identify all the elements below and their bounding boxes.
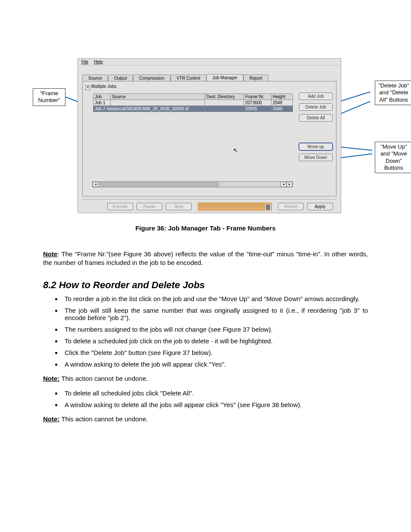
list-item: Click the "Delete Job" button (see Figur… bbox=[62, 349, 368, 356]
delete-job-button[interactable]: Delete Job bbox=[299, 103, 333, 111]
job-table-wrap: Job Source Dest. Directory Frame Nr. Hei… bbox=[93, 93, 293, 184]
col-dest[interactable]: Dest. Directory bbox=[205, 94, 244, 100]
cell-source bbox=[111, 100, 205, 106]
figure-36: "Frame Number" "Delete Job" and "Delete … bbox=[43, 58, 368, 218]
cell-dest bbox=[205, 106, 244, 112]
side-button-group: Add Job Delete Job Delete All Move up Mo… bbox=[299, 93, 333, 165]
note-label: Note: bbox=[43, 415, 59, 423]
scroll-left-icon[interactable]: ◂ bbox=[93, 182, 99, 187]
bullet-list-1: To reorder a job in the list click on th… bbox=[62, 295, 368, 368]
menu-bar[interactable]: File Help bbox=[78, 59, 341, 65]
note-label: Note: bbox=[43, 375, 59, 382]
stop-button[interactable]: Stop bbox=[166, 203, 192, 210]
list-item: A window asking to delete all the jobs w… bbox=[62, 401, 368, 408]
callout-move-buttons: "Move Up" and "Move Down" Buttons bbox=[375, 142, 411, 173]
list-item: To delete a scheduled job click on the j… bbox=[62, 337, 368, 345]
list-item: A window asking to delete the job will a… bbox=[62, 361, 368, 368]
cell-job: Job 2 bbox=[95, 106, 105, 111]
list-item: The numbers assigned to the jobs will no… bbox=[62, 326, 368, 333]
table-header-row: Job Source Dest. Directory Frame Nr. Hei… bbox=[93, 94, 293, 100]
multiple-jobs-label: Multiple Jobs bbox=[91, 84, 116, 89]
note-label: Note bbox=[43, 250, 57, 258]
list-item: To delete all scheduled jobs click "Dele… bbox=[62, 389, 368, 397]
cell-source: /datalocal/StEM2K/MM_2K_RGB_00005.tif bbox=[106, 106, 189, 111]
cell-job: Job 1 bbox=[93, 100, 111, 106]
move-down-button[interactable]: Move Down bbox=[299, 154, 333, 161]
table-row[interactable]: Job 2 /datalocal/StEM2K/MM_2K_RGB_00005.… bbox=[93, 106, 293, 112]
cell-dest bbox=[205, 100, 244, 106]
encode-button[interactable]: Encode bbox=[107, 203, 133, 210]
col-job[interactable]: Job bbox=[93, 94, 111, 100]
callout-frame-number: "Frame Number" bbox=[33, 88, 65, 106]
scroll-thumb[interactable] bbox=[99, 182, 219, 187]
menu-file[interactable]: File bbox=[81, 59, 88, 64]
figure-caption: Figure 36: Job Manager Tab - Frame Numbe… bbox=[43, 224, 368, 232]
cell-frame: 10995 bbox=[244, 106, 271, 112]
pause-button[interactable]: Pause bbox=[137, 203, 162, 210]
note-text: : The "Frame Nr."(see Figure 36 above) r… bbox=[43, 250, 368, 266]
note-paragraph-2: Note: This action cannot be undone. bbox=[43, 374, 368, 383]
multiple-jobs-checkbox[interactable]: ✕ Multiple Jobs bbox=[85, 84, 116, 90]
col-source[interactable]: Source bbox=[111, 94, 205, 100]
cell-frame: 2073600 bbox=[244, 100, 271, 106]
cursor-icon: ↖ bbox=[233, 147, 238, 154]
note-paragraph-1: Note: The "Frame Nr."(see Figure 36 abov… bbox=[43, 250, 368, 268]
job-manager-panel: ✕ Multiple Jobs Job Source Dest. Directo… bbox=[82, 81, 336, 196]
progress-bar bbox=[198, 202, 272, 211]
job-table[interactable]: Job Source Dest. Directory Frame Nr. Hei… bbox=[93, 93, 293, 112]
revert-button[interactable]: Revert bbox=[278, 203, 304, 210]
note-text: This action cannot be undone. bbox=[59, 375, 148, 382]
col-height[interactable]: Height bbox=[271, 94, 293, 100]
bullet-list-2: To delete all scheduled jobs click "Dele… bbox=[62, 389, 368, 408]
note-paragraph-3: Note: This action cannot be undone. bbox=[43, 415, 368, 423]
checkbox-icon: ✕ bbox=[85, 85, 90, 90]
apply-button[interactable]: Apply bbox=[307, 203, 333, 210]
tab-bar: Source Output Compression VTR Control Jo… bbox=[82, 74, 338, 81]
table-row[interactable]: Job 1 2073600 2048 bbox=[93, 100, 293, 106]
list-item: To reorder a job in the list click on th… bbox=[62, 295, 368, 302]
app-window: File Help Source Output Compression VTR … bbox=[78, 58, 341, 213]
col-frame-nr[interactable]: Frame Nr. bbox=[244, 94, 271, 100]
menu-help[interactable]: Help bbox=[94, 59, 103, 64]
tab-job-manager[interactable]: Job Manager bbox=[206, 74, 243, 81]
cell-height: 2048 bbox=[271, 100, 293, 106]
scroll-left2-icon[interactable]: ◂ bbox=[280, 182, 286, 187]
bottom-bar: Encode Pause Stop Revert Apply bbox=[82, 199, 336, 211]
add-job-button[interactable]: Add Job bbox=[299, 93, 333, 100]
note-text: This action cannot be undone. bbox=[59, 415, 148, 423]
callout-delete-buttons: "Delete Job" and "Delete All" Buttons bbox=[375, 81, 411, 105]
move-up-button[interactable]: Move up bbox=[299, 143, 333, 150]
horizontal-scrollbar[interactable]: ◂ ◂ ▸ bbox=[92, 181, 293, 187]
cell-height: 2048 bbox=[271, 106, 293, 112]
section-heading: 8.2 How to Reorder and Delete Jobs bbox=[43, 280, 368, 291]
delete-all-button[interactable]: Delete All bbox=[299, 114, 333, 121]
scroll-right-icon[interactable]: ▸ bbox=[286, 182, 293, 187]
list-item: The job will still keep the same number … bbox=[62, 307, 368, 321]
